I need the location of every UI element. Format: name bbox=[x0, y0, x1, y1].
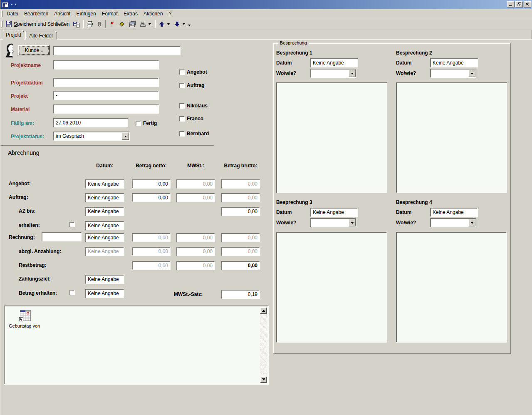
besprechung-3-wo-wie-combobox[interactable] bbox=[310, 218, 356, 227]
erhalten-datum-field[interactable]: Keine Angabe bbox=[85, 221, 124, 230]
besprechung-2-textarea[interactable] bbox=[396, 82, 507, 193]
auftrag-netto-field[interactable]: 0,00 bbox=[132, 193, 171, 202]
az-bis-row-label: AZ bis: bbox=[19, 208, 36, 214]
close-button[interactable] bbox=[524, 1, 531, 7]
rechnung-nummer-field[interactable] bbox=[42, 232, 82, 241]
besprechung-1-datum-field[interactable]: Keine Angabe bbox=[310, 58, 358, 67]
besprechung-3-datum-field[interactable]: Keine Angabe bbox=[310, 208, 358, 217]
restbetrag-mwst-field: 0,00 bbox=[176, 261, 215, 270]
bernhard-checkbox[interactable] bbox=[179, 131, 185, 137]
projektname-field[interactable] bbox=[53, 60, 159, 70]
franco-checkbox[interactable] bbox=[179, 116, 185, 122]
betrag-erhalten-checkbox[interactable] bbox=[69, 290, 75, 295]
nikolaus-checkbox[interactable] bbox=[179, 103, 185, 109]
toolbar-options-caret[interactable] bbox=[188, 25, 191, 27]
az-bis-datum-field[interactable]: Keine Angabe bbox=[85, 207, 124, 216]
besprechung-4-wo-wie-combobox[interactable] bbox=[430, 218, 476, 227]
forms-icon bbox=[139, 21, 146, 27]
besprechung-2-wo-wie-label: Wo/wie? bbox=[396, 70, 416, 76]
notes-area[interactable]: Geburtstag von bbox=[4, 306, 269, 385]
minimize-icon bbox=[509, 2, 513, 7]
auftrag-datum-field[interactable]: Keine Angabe bbox=[85, 193, 124, 202]
mwst-satz-field[interactable]: 0,19 bbox=[221, 290, 260, 299]
scroll-up-button[interactable] bbox=[260, 307, 267, 314]
attachment-button[interactable] bbox=[95, 19, 104, 29]
besprechung-2-datum-field[interactable]: Keine Angabe bbox=[430, 58, 478, 67]
save-form-button[interactable] bbox=[71, 19, 82, 29]
journal-icon bbox=[119, 21, 126, 27]
menu-item-format[interactable]: Format bbox=[99, 10, 121, 18]
menu-item-datei[interactable]: Datei bbox=[4, 10, 21, 18]
besprechung-4-datum-label: Datum bbox=[396, 209, 411, 215]
besprechung-1-wo-wie-combobox[interactable] bbox=[310, 69, 356, 78]
betrag-erhalten-datum-field[interactable]: Keine Angabe bbox=[85, 289, 124, 298]
erhalten-checkbox[interactable] bbox=[69, 222, 75, 227]
forms-button[interactable] bbox=[138, 19, 153, 29]
titlebar: - - bbox=[0, 0, 532, 9]
contact-card-button[interactable] bbox=[127, 19, 138, 29]
restore-icon bbox=[517, 2, 522, 7]
projekt-field[interactable]: - bbox=[53, 91, 159, 100]
faellig-am-label: Fällig am: bbox=[11, 120, 34, 126]
save-form-icon bbox=[73, 21, 80, 27]
faellig-am-field[interactable]: 27.06.2010 bbox=[53, 118, 128, 127]
material-label: Material bbox=[11, 107, 30, 112]
zahlungsziel-datum-field[interactable]: Keine Angabe bbox=[85, 275, 124, 284]
besprechung-1-title: Besprechung 1 bbox=[276, 50, 312, 56]
besprechung-4-textarea[interactable] bbox=[396, 232, 507, 343]
projektdatum-label: Projektdatum bbox=[11, 80, 43, 86]
rechnung-row-label: Rechnung: bbox=[9, 234, 35, 240]
rechnung-datum-field[interactable]: Keine Angabe bbox=[85, 233, 124, 242]
rechnung-brutto-field: 0,00 bbox=[221, 233, 260, 242]
besprechung-1-dropdown-button[interactable] bbox=[349, 70, 356, 77]
menu-item-ansicht[interactable]: Ansicht bbox=[51, 10, 73, 18]
besprechung-3-datum-label: Datum bbox=[276, 209, 292, 215]
menu-item-extras[interactable]: Extras bbox=[121, 10, 141, 18]
menubar-grip[interactable] bbox=[1, 10, 2, 17]
angebot-checkbox[interactable] bbox=[179, 70, 185, 75]
menu-item-bearbeiten[interactable]: Bearbeiten bbox=[21, 10, 51, 18]
minimize-button[interactable] bbox=[507, 1, 515, 7]
toolbar-grip[interactable] bbox=[1, 21, 2, 27]
besprechung-2-dropdown-button[interactable] bbox=[468, 70, 475, 77]
menu-item-hilfe[interactable]: ? bbox=[166, 10, 175, 18]
besprechung-3-textarea[interactable] bbox=[276, 232, 387, 343]
toolbar-separator bbox=[155, 20, 156, 28]
besprechung-4-datum-field[interactable]: Keine Angabe bbox=[430, 208, 478, 217]
az-bis-brutto-field[interactable]: 0,00 bbox=[221, 207, 260, 216]
next-item-button[interactable] bbox=[172, 19, 188, 29]
scroll-down-icon bbox=[262, 378, 265, 382]
print-button[interactable] bbox=[85, 19, 95, 29]
menu-item-einfuegen[interactable]: Einfügen bbox=[73, 10, 99, 18]
projektstatus-combobox[interactable]: im Gespräch bbox=[53, 132, 130, 141]
previous-item-caret[interactable] bbox=[167, 23, 170, 26]
material-field[interactable] bbox=[53, 104, 159, 114]
previous-item-button[interactable] bbox=[157, 19, 172, 29]
angebot-netto-field[interactable]: 0,00 bbox=[132, 179, 171, 189]
menu-item-aktionen[interactable]: Aktionen bbox=[141, 10, 166, 18]
calendar-shortcut-icon[interactable] bbox=[19, 310, 32, 322]
angebot-datum-field[interactable]: Keine Angabe bbox=[85, 179, 124, 189]
save-and-close-button[interactable]: Speichern und Schließen bbox=[4, 19, 71, 29]
projekt-label: Projekt bbox=[11, 93, 28, 99]
tab-alle-felder[interactable]: Alle Felder bbox=[25, 31, 57, 40]
kunde-button[interactable]: Kunde .. bbox=[18, 45, 50, 55]
fertig-checkbox[interactable] bbox=[136, 121, 141, 126]
projektstatus-dropdown-button[interactable] bbox=[122, 132, 129, 140]
forms-dropdown-caret[interactable] bbox=[148, 23, 151, 26]
kunde-field[interactable] bbox=[53, 46, 181, 55]
besprechung-2-wo-wie-combobox[interactable] bbox=[430, 69, 476, 78]
besprechung-1-textarea[interactable] bbox=[276, 82, 387, 193]
tab-projekt[interactable]: Projekt bbox=[3, 30, 24, 40]
journal-button[interactable] bbox=[117, 19, 127, 29]
next-item-caret[interactable] bbox=[183, 23, 185, 26]
calendar-shortcut-label: Geburtstag von bbox=[9, 323, 40, 328]
projektdatum-field[interactable] bbox=[53, 78, 159, 87]
besprechung-3-dropdown-button[interactable] bbox=[349, 219, 356, 226]
restore-button[interactable] bbox=[515, 1, 523, 7]
notes-vertical-scrollbar[interactable] bbox=[260, 307, 267, 383]
auftrag-checkbox[interactable] bbox=[179, 83, 185, 88]
besprechung-4-dropdown-button[interactable] bbox=[468, 219, 475, 226]
flag-button[interactable] bbox=[107, 19, 117, 29]
scroll-down-button[interactable] bbox=[260, 376, 267, 383]
